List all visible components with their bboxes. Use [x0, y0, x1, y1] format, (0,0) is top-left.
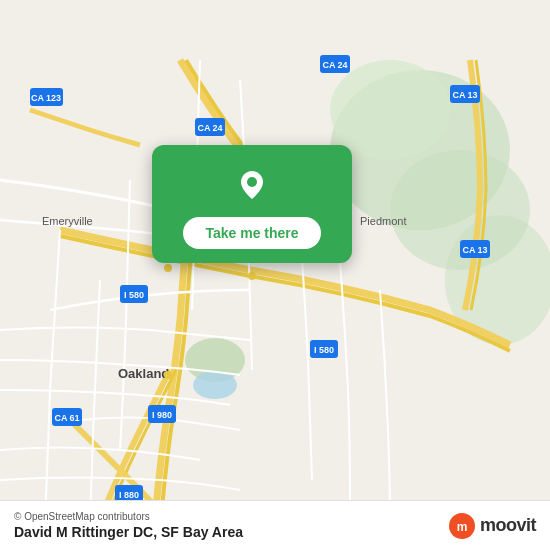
svg-point-6 [193, 371, 237, 399]
svg-text:Oakland: Oakland [118, 366, 169, 381]
svg-text:I 880: I 880 [119, 490, 139, 500]
svg-text:CA 61: CA 61 [54, 413, 79, 423]
svg-text:Emeryville: Emeryville [42, 215, 93, 227]
moovit-text: moovit [480, 515, 536, 536]
bottom-bar: © OpenStreetMap contributors David M Rit… [0, 500, 550, 550]
svg-point-32 [164, 371, 172, 379]
bottom-left-info: © OpenStreetMap contributors David M Rit… [14, 511, 243, 540]
svg-point-34 [247, 177, 257, 187]
location-pin-icon [230, 163, 274, 207]
moovit-icon: m [448, 512, 476, 540]
svg-text:I 580: I 580 [124, 290, 144, 300]
svg-text:I 980: I 980 [152, 410, 172, 420]
svg-text:CA 13: CA 13 [462, 245, 487, 255]
svg-point-3 [330, 60, 450, 160]
map-container[interactable]: I 580 I 580 I 980 I 880 CA 24 CA 24 CA 1… [0, 0, 550, 550]
svg-point-31 [248, 272, 256, 280]
take-me-there-button[interactable]: Take me there [183, 217, 320, 249]
svg-text:CA 24: CA 24 [322, 60, 347, 70]
svg-text:CA 123: CA 123 [31, 93, 61, 103]
svg-point-30 [164, 264, 172, 272]
moovit-logo: m moovit [448, 512, 536, 540]
svg-text:m: m [457, 520, 468, 534]
map-svg: I 580 I 580 I 980 I 880 CA 24 CA 24 CA 1… [0, 0, 550, 550]
svg-text:CA 24: CA 24 [197, 123, 222, 133]
attribution-text: © OpenStreetMap contributors [14, 511, 243, 522]
svg-text:I 580: I 580 [314, 345, 334, 355]
svg-text:Piedmont: Piedmont [360, 215, 406, 227]
svg-text:CA 13: CA 13 [452, 90, 477, 100]
location-title: David M Rittinger DC, SF Bay Area [14, 524, 243, 540]
popup-card: Take me there [152, 145, 352, 263]
